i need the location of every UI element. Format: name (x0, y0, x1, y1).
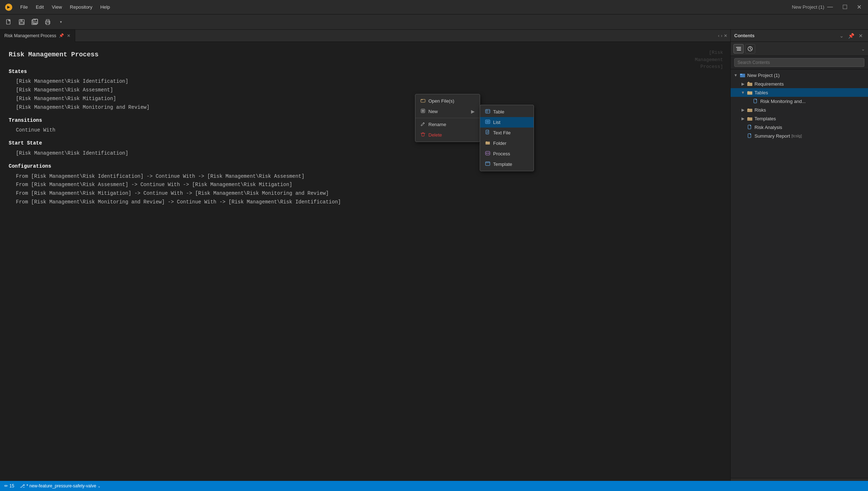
risk-monitoring-file-icon (752, 98, 759, 104)
project-title: New Project (1) (792, 4, 824, 10)
requirements-folder-icon (747, 81, 753, 87)
statusbar-line-count: 15 (9, 483, 14, 488)
tree-item-risks[interactable]: ▶ Risks (731, 105, 868, 114)
tab-scroll-right-icon[interactable]: › (721, 33, 722, 38)
svg-rect-17 (737, 50, 741, 51)
contents-title: Contents (734, 33, 837, 38)
submenu-template-label: Template (493, 161, 512, 167)
risks-toggle-icon[interactable]: ▶ (739, 108, 747, 112)
editor-tab-risk-management[interactable]: Risk Management Process 📌 ✕ (0, 30, 75, 42)
template-icon (485, 161, 490, 167)
menu-file[interactable]: File (17, 3, 31, 11)
svg-rect-12 (46, 23, 49, 25)
tree-item-requirements[interactable]: ▶ Requirements (731, 79, 868, 88)
risks-label: Risks (754, 107, 766, 113)
svg-point-36 (488, 153, 489, 154)
minimize-button[interactable]: — (824, 3, 836, 11)
statusbar-branch-name: * new-feature_pressure-safety-valve (26, 483, 96, 488)
menu-repository[interactable]: Repository (66, 3, 96, 11)
submenu-textfile[interactable]: Text File (480, 128, 534, 138)
pencil-icon: ✏ (4, 483, 8, 488)
tables-folder-icon (747, 89, 753, 96)
context-menu-new[interactable]: New ▶ Table (415, 106, 480, 117)
tab-overflow-icon[interactable]: ✕ (724, 33, 727, 38)
list-icon (485, 119, 490, 125)
tree-item-risk-analysis[interactable]: Risk Analysis (731, 123, 868, 132)
open-files-icon (420, 98, 426, 104)
tree-view-button[interactable] (734, 44, 744, 53)
statusbar-pencil[interactable]: ✏ 15 (4, 483, 14, 488)
statusbar-branch[interactable]: ⎇ * new-feature_pressure-safety-valve ⌄ (20, 483, 101, 488)
tab-scroll-left-icon[interactable]: ‹ (718, 33, 719, 38)
svg-rect-9 (34, 19, 36, 21)
submenu-process-label: Process (493, 151, 510, 156)
submenu-table-label: Table (493, 109, 504, 115)
context-menu-open-files[interactable]: Open File(s) (415, 96, 480, 106)
tab-close-icon[interactable]: ✕ (67, 33, 70, 38)
state-line-2: [Risk Management\Risk Assesment] (16, 86, 722, 95)
submenu-list-label: List (493, 120, 500, 125)
branch-icon: ⎇ (20, 483, 25, 488)
close-button[interactable]: ✕ (854, 3, 864, 11)
tree-item-risk-monitoring[interactable]: Risk Monitoring and... (731, 97, 868, 105)
config-line-2: From [Risk Management\Risk Assesment] ->… (16, 181, 722, 189)
root-label: New Project (1) (747, 73, 780, 78)
contents-panel: Contents ⌄ 📌 ✕ ⌄ (731, 30, 868, 491)
menu-view[interactable]: View (48, 3, 65, 11)
tables-label: Tables (754, 90, 768, 95)
tree-item-tables[interactable]: ▼ Tables (731, 88, 868, 97)
contents-search (731, 56, 868, 69)
dropdown-button[interactable]: ▾ (55, 17, 67, 27)
context-open-files-label: Open File(s) (428, 98, 454, 104)
contents-chevron-icon[interactable]: ⌄ (838, 32, 845, 39)
maximize-button[interactable]: ☐ (839, 3, 850, 11)
save-all-button[interactable] (29, 17, 40, 27)
submenu-table[interactable]: Table (480, 107, 534, 117)
svg-rect-16 (737, 48, 741, 49)
config-line-1: From [Risk Management\Risk Identificatio… (16, 172, 722, 181)
root-toggle-icon[interactable]: ▼ (732, 73, 739, 77)
summary-report-label: Summary Report (754, 133, 790, 139)
submenu-folder[interactable]: Folder (480, 138, 534, 148)
submenu-list[interactable]: List (480, 117, 534, 128)
svg-rect-4 (20, 22, 23, 24)
submenu-template[interactable]: Template (480, 159, 534, 169)
context-menu-delete[interactable]: Delete (415, 130, 480, 140)
contents-pin-icon[interactable]: 📌 (847, 32, 856, 39)
save-button[interactable] (16, 17, 27, 27)
tree-item-summary-report[interactable]: Summary Report [tcslg] (731, 132, 868, 140)
tables-toggle-icon[interactable]: ▼ (739, 90, 747, 95)
contents-expand-icon[interactable]: ⌄ (861, 46, 865, 52)
submenu-process[interactable]: Process (480, 148, 534, 159)
pin-icon[interactable]: 📌 (59, 33, 64, 38)
state-line-4: [Risk Management\Risk Monitoring and Rev… (16, 103, 722, 112)
editor-panel: Risk Management Process 📌 ✕ ‹ › ✕ [RiskM… (0, 30, 731, 491)
textfile-icon (485, 130, 490, 136)
tree-item-templates[interactable]: ▶ Templates (731, 114, 868, 123)
submenu: Table List (480, 105, 534, 171)
app-logo (4, 2, 14, 12)
context-menu-rename[interactable]: Rename (415, 119, 480, 130)
transition-line-1: Continue With (16, 126, 722, 135)
new-file-button[interactable] (3, 17, 14, 27)
menu-help[interactable]: Help (97, 3, 114, 11)
start-state-value: [Risk Management\Risk Identification] (16, 149, 722, 158)
risk-analysis-file-icon (747, 124, 753, 130)
rename-icon (420, 121, 426, 128)
risk-monitoring-label: Risk Monitoring and... (760, 99, 806, 104)
context-delete-label: Delete (428, 132, 442, 138)
tree-item-root[interactable]: ▼ New Project (1) (731, 71, 868, 79)
transitions-heading: Transitions (9, 116, 722, 125)
history-view-button[interactable] (745, 44, 755, 53)
requirements-toggle-icon[interactable]: ▶ (739, 82, 747, 86)
svg-rect-38 (486, 162, 490, 163)
contents-close-icon[interactable]: ✕ (857, 32, 864, 39)
search-input[interactable] (734, 58, 864, 67)
print-button[interactable] (42, 17, 54, 27)
templates-label: Templates (754, 116, 776, 121)
templates-folder-icon (747, 115, 753, 122)
svg-rect-3 (20, 20, 22, 21)
templates-toggle-icon[interactable]: ▶ (739, 116, 747, 121)
menu-edit[interactable]: Edit (32, 3, 47, 11)
risks-folder-icon (747, 107, 753, 113)
